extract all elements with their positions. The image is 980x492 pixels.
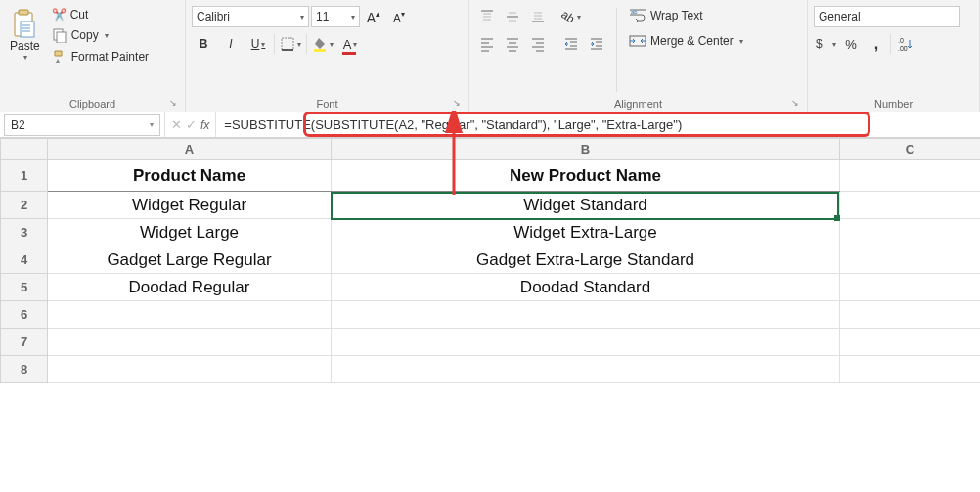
svg-rect-1 (19, 10, 28, 15)
table-row: 6 (1, 301, 981, 329)
name-box[interactable]: B2 ▾ (4, 114, 160, 136)
row-header[interactable]: 4 (1, 246, 48, 274)
cell[interactable] (840, 329, 981, 356)
row-header[interactable]: 8 (1, 356, 48, 383)
column-header-row: A B C (1, 139, 981, 160)
group-number: General $▾ % , .0.00 Number (808, 0, 980, 112)
cell[interactable]: Doodad Regular (48, 274, 332, 301)
shrink-font-button[interactable]: A▾ (387, 6, 411, 27)
cell[interactable]: Widget Regular (48, 192, 332, 219)
cell[interactable] (840, 356, 981, 383)
grow-font-button[interactable]: A▴ (362, 6, 385, 27)
cell[interactable] (332, 329, 840, 356)
cancel-icon[interactable]: ✕ (171, 117, 182, 132)
cell[interactable]: Gadget Large Regular (48, 246, 332, 274)
wrap-text-button[interactable]: ab Wrap Text (625, 6, 747, 25)
table-row: 4 Gadget Large Regular Gadget Extra-Larg… (1, 246, 981, 274)
row-header[interactable]: 7 (1, 329, 48, 356)
align-left-button[interactable] (475, 33, 499, 55)
align-bottom-button[interactable] (526, 6, 550, 27)
group-number-label: Number (814, 96, 973, 110)
increase-decimal-button[interactable]: .0.00 (893, 33, 916, 55)
font-name-select[interactable]: Calibri ▾ (192, 6, 309, 27)
italic-button[interactable]: I (219, 33, 243, 55)
cut-button[interactable]: ✂️ Cut (48, 6, 153, 23)
col-header-a[interactable]: A (48, 139, 332, 160)
enter-icon[interactable]: ✓ (186, 117, 197, 132)
chevron-down-icon: ▾ (150, 120, 154, 129)
underline-button[interactable]: U▾ (246, 33, 270, 55)
cell[interactable] (332, 301, 840, 329)
spreadsheet-grid: A B C 1 Product Name New Product Name 2 … (0, 138, 980, 383)
table-row: 7 (1, 329, 981, 356)
cell[interactable] (48, 356, 332, 383)
align-center-button[interactable] (501, 33, 524, 55)
dialog-launcher-icon[interactable]: ↘ (453, 98, 461, 108)
font-name-value: Calibri (197, 10, 230, 23)
col-header-c[interactable]: C (840, 139, 981, 160)
col-header-b[interactable]: B (332, 139, 840, 160)
row-header[interactable]: 5 (1, 274, 48, 301)
cell[interactable]: Gadget Extra-Large Standard (332, 246, 840, 274)
row-header[interactable]: 2 (1, 192, 48, 219)
svg-text:.00: .00 (898, 45, 908, 52)
cell[interactable] (840, 192, 981, 219)
brush-icon (52, 49, 67, 65)
group-font-label: Font↘ (192, 96, 463, 110)
decrease-indent-button[interactable] (559, 33, 583, 55)
font-size-value: 11 (316, 10, 329, 23)
font-size-select[interactable]: 11 ▾ (311, 6, 360, 27)
align-middle-button[interactable] (501, 6, 524, 27)
cell[interactable]: New Product Name (332, 160, 840, 192)
cell[interactable] (840, 219, 981, 246)
cell[interactable]: Widget Large (48, 219, 332, 246)
dialog-launcher-icon[interactable]: ↘ (791, 98, 799, 108)
format-painter-button[interactable]: Format Painter (48, 47, 153, 67)
paste-icon (11, 8, 38, 39)
table-row: 2 Widget Regular Widget Standard (1, 192, 981, 219)
chevron-down-icon: ▾ (300, 13, 304, 22)
svg-rect-6 (314, 49, 326, 52)
row-header[interactable]: 3 (1, 219, 48, 246)
fx-icon[interactable]: fx (200, 118, 209, 132)
paste-button[interactable]: Paste ▾ (6, 6, 44, 64)
orientation-button[interactable]: ab▾ (559, 6, 583, 27)
comma-button[interactable]: , (865, 33, 888, 55)
formula-bar: B2 ▾ ✕ ✓ fx =SUBSTITUTE(SUBSTITUTE(A2, "… (0, 112, 980, 138)
cell[interactable] (840, 246, 981, 274)
align-right-button[interactable] (526, 33, 550, 55)
accounting-format-button[interactable]: $▾ (814, 33, 837, 55)
percent-button[interactable]: % (839, 33, 863, 55)
paste-label: Paste (10, 39, 40, 53)
formula-input[interactable]: =SUBSTITUTE(SUBSTITUTE(A2, "Regular", "S… (216, 112, 980, 137)
cell[interactable] (48, 329, 332, 356)
cell[interactable]: Widget Extra-Large (332, 219, 840, 246)
table-row: 1 Product Name New Product Name (1, 160, 981, 192)
merge-center-label: Merge & Center (650, 34, 734, 48)
row-header[interactable]: 6 (1, 301, 48, 329)
select-all-corner[interactable] (1, 139, 48, 160)
cell[interactable]: Product Name (48, 160, 332, 192)
merge-center-button[interactable]: Merge & Center ▾ (625, 31, 747, 51)
copy-button[interactable]: Copy ▾ (48, 25, 153, 45)
dialog-launcher-icon[interactable]: ↘ (169, 98, 177, 108)
cell[interactable] (840, 274, 981, 301)
chevron-down-icon: ▾ (351, 13, 355, 22)
cell[interactable]: Doodad Standard (332, 274, 840, 301)
fill-color-button[interactable]: ▾ (311, 33, 334, 55)
cell[interactable] (840, 160, 981, 192)
cell[interactable] (840, 301, 981, 329)
bold-button[interactable]: B (192, 33, 215, 55)
align-top-button[interactable] (475, 6, 499, 27)
increase-indent-button[interactable] (585, 33, 608, 55)
formula-value: =SUBSTITUTE(SUBSTITUTE(A2, "Regular", "S… (224, 117, 682, 132)
number-format-select[interactable]: General (814, 6, 960, 27)
borders-button[interactable]: ▾ (279, 33, 302, 55)
row-header[interactable]: 1 (1, 160, 48, 192)
font-color-button[interactable]: A▾ (338, 33, 362, 55)
chevron-down-icon: ▾ (353, 40, 357, 49)
cell[interactable] (332, 356, 840, 383)
cell[interactable]: Widget Standard (332, 192, 840, 219)
chevron-down-icon: ▾ (739, 37, 743, 46)
cell[interactable] (48, 301, 332, 329)
